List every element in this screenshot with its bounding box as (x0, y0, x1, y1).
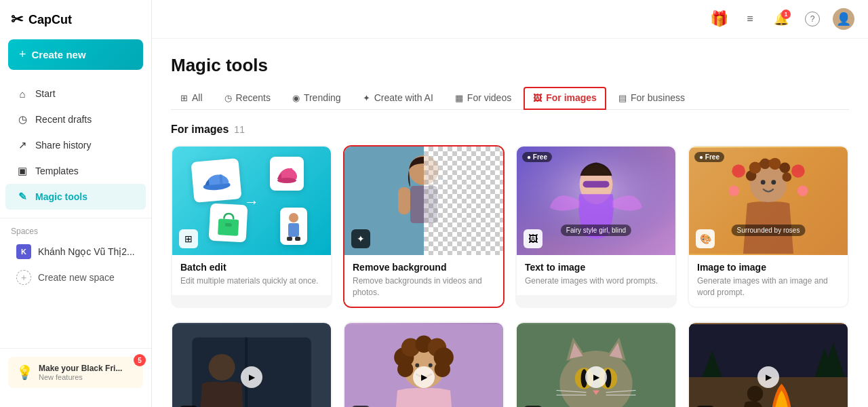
tool-card-image-to-image[interactable]: ● Free Surrounded by roses 🎨 Image to im… (688, 145, 849, 308)
sidebar-label-start: Start (35, 88, 56, 99)
text-to-image-title: Text to image (525, 262, 667, 273)
promo-subtitle: New features (39, 373, 135, 381)
gift-button[interactable]: 🎁 (708, 8, 730, 30)
tool-card-photo-enhancer[interactable]: 4K ▶ ⬡ (515, 322, 677, 407)
home-icon: ⌂ (16, 88, 28, 100)
svg-point-29 (761, 180, 766, 185)
plus-icon: + (19, 47, 26, 62)
batch-edit-card-image: → (172, 147, 331, 255)
avatar-svg (344, 323, 503, 407)
svg-point-46 (435, 361, 450, 376)
bag-svg (214, 209, 241, 237)
tab-trending-label: Trending (304, 92, 341, 103)
promo-text: Make your Black Fri... New features (39, 364, 135, 381)
remove-bg-card-body: Remove background Remove backgrounds in … (344, 255, 503, 307)
svg-point-30 (771, 180, 776, 185)
svg-point-38 (209, 353, 235, 380)
tab-all-label: All (192, 92, 203, 103)
svg-rect-7 (288, 223, 299, 237)
tool-card-text-to-image[interactable]: ● Free Fairy style girl, blind 🖼 Text to… (515, 145, 677, 308)
topbar: 🎁 ≡ 🔔 1 ? 👤 (152, 0, 868, 39)
svg-rect-20 (583, 181, 610, 188)
tools-grid-row1: → (171, 145, 849, 308)
svg-point-34 (797, 186, 808, 197)
text-to-image-card-image: ● Free Fairy style girl, blind 🖼 (517, 147, 675, 255)
batch-edit-title: Batch edit (180, 262, 323, 273)
tab-for-videos-label: For videos (467, 92, 511, 103)
tools-grid-row2: ▶ ⬡ (171, 322, 849, 407)
sidebar-space-item[interactable]: K Khánh Ngọc Vũ Thị2... (5, 239, 146, 265)
trending-tab-icon: ◉ (292, 93, 300, 103)
shoe1-svg (198, 166, 234, 195)
free-label: ● Free (527, 153, 547, 161)
tool-card-ai-portrait[interactable]: ▶ ⬡ (171, 322, 332, 407)
remove-bg-title: Remove background (353, 262, 495, 273)
photo-enhancer-card-image: 4K ▶ ⬡ (517, 323, 675, 407)
sidebar-bottom: 💡 Make your Black Fri... New features 5 (0, 348, 151, 396)
tool-card-ai-avatar[interactable]: ▶ ⬡ (343, 322, 505, 407)
tab-recents[interactable]: ◷ Recents (215, 87, 280, 110)
batch-edit-card-body: Batch edit Edit multiple materials quick… (172, 255, 331, 295)
person-svg (284, 212, 303, 241)
menu-button[interactable]: ≡ (739, 8, 761, 30)
tab-for-business[interactable]: ▤ For business (609, 87, 694, 110)
section-title: For images (171, 123, 229, 136)
svg-point-3 (277, 178, 296, 183)
ai-tab-icon: ✦ (363, 93, 370, 103)
tab-for-videos[interactable]: ▦ For videos (446, 87, 521, 110)
sidebar-item-start[interactable]: ⌂ Start (5, 81, 146, 106)
create-new-button[interactable]: + Create new (8, 39, 143, 70)
tool-card-remove-background[interactable]: ✦ Remove background Remove backgrounds i… (343, 145, 505, 308)
sidebar-item-templates[interactable]: ▣ Templates (5, 158, 146, 184)
hamburger-icon: ≡ (747, 13, 753, 25)
help-button[interactable]: ? (802, 8, 823, 30)
sidebar: ✂ CapCut + Create new ⌂ Start ◷ Recent d… (0, 0, 152, 407)
create-new-space-button[interactable]: + Create new space (5, 265, 146, 290)
template-icon: ▣ (16, 165, 28, 177)
logo: ✂ CapCut (0, 11, 151, 39)
tool-card-batch-edit[interactable]: → (171, 145, 332, 308)
play-button-portrait: ▶ (241, 366, 262, 388)
free-label-2: ● Free (699, 153, 719, 161)
fairy-label: Fairy style girl, blind (561, 225, 631, 236)
svg-point-28 (782, 172, 791, 182)
free-badge-text-to-image: ● Free (522, 152, 552, 162)
svg-point-26 (769, 158, 781, 170)
svg-point-27 (780, 162, 791, 173)
sidebar-item-magic-tools[interactable]: ✎ Magic tools (5, 184, 146, 210)
svg-rect-9 (295, 237, 300, 241)
user-avatar[interactable]: 👤 (833, 8, 854, 30)
sidebar-item-recent-drafts[interactable]: ◷ Recent drafts (5, 106, 146, 132)
tab-trending[interactable]: ◉ Trending (283, 87, 351, 110)
sidebar-label-recent-drafts: Recent drafts (35, 114, 92, 125)
create-new-label: Create new (32, 49, 86, 60)
promo-icon: 💡 (16, 364, 33, 381)
image-to-image-title: Image to image (697, 262, 840, 273)
tab-for-images[interactable]: 🖼 For images (524, 87, 606, 110)
section-header: For images 11 (171, 123, 849, 136)
page-title: Magic tools (171, 55, 849, 76)
promo-title: Make your Black Fri... (39, 364, 135, 373)
svg-rect-4 (218, 218, 239, 236)
sidebar-label-share-history: Share history (35, 140, 91, 151)
remove-bg-overlay-icon: ✦ (351, 229, 370, 248)
tab-all[interactable]: ⊞ All (171, 87, 212, 110)
text-to-image-card-body: Text to image Generate images with word … (517, 255, 675, 295)
tab-create-with-ai[interactable]: ✦ Create with AI (353, 87, 443, 110)
videos-tab-icon: ▦ (455, 93, 463, 103)
sidebar-item-share-history[interactable]: ↗ Share history (5, 132, 146, 158)
image-to-image-card-image: ● Free Surrounded by roses 🎨 (689, 147, 848, 255)
ai-portrait-card-image: ▶ ⬡ (172, 323, 331, 407)
batch-edit-overlay-icon: ⊞ (179, 229, 198, 248)
recents-tab-icon: ◷ (224, 93, 232, 103)
notifications-button[interactable]: 🔔 1 (770, 8, 792, 30)
portrait-svg (172, 323, 331, 407)
remove-bg-card-image: ✦ (344, 147, 503, 255)
help-icon: ? (805, 12, 820, 26)
promo-banner[interactable]: 💡 Make your Black Fri... New features 5 (8, 357, 143, 388)
cat-svg (517, 323, 675, 407)
image-to-image-desc: Generate images with an image and word p… (697, 275, 840, 298)
tool-card-color-correction[interactable]: ▶ ⬡ (688, 322, 849, 407)
batch-arrow-icon: → (244, 193, 259, 211)
svg-rect-14 (398, 187, 410, 214)
